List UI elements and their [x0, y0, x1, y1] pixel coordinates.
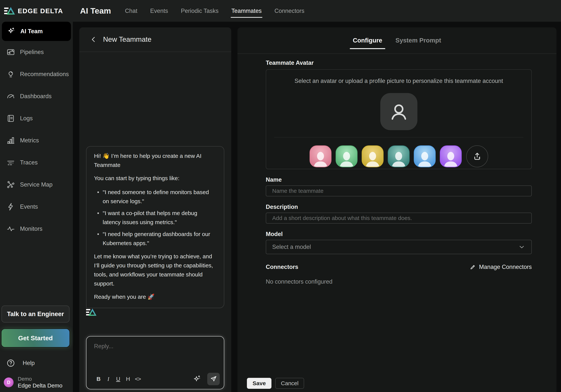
sidebar-item-dashboards[interactable]: Dashboards: [0, 85, 73, 107]
sidebar-item-pipelines[interactable]: Pipelines: [0, 41, 73, 63]
lightbulb-icon: [6, 70, 15, 78]
suggestion-item: "I need someone to define monitors based…: [103, 188, 216, 206]
chevron-down-icon: [518, 243, 525, 250]
get-started-button[interactable]: Get Started: [1, 329, 69, 347]
edge-delta-logo-icon: [4, 7, 15, 15]
pipelines-icon: [6, 48, 15, 56]
save-button[interactable]: Save: [247, 378, 271, 389]
sidebar-item-service-map[interactable]: Service Map: [0, 174, 73, 196]
model-select-value: Select a model: [272, 244, 311, 250]
sidebar-item-metrics[interactable]: Metrics: [0, 129, 73, 152]
sidebar-item-label: Service Map: [20, 181, 53, 188]
tab-teammates[interactable]: Teammates: [231, 6, 262, 15]
topbar: EDGE DELTA AI Team Chat Events Periodic …: [0, 0, 561, 22]
manage-connectors-label: Manage Connectors: [479, 264, 532, 270]
tab-events[interactable]: Events: [150, 6, 169, 15]
sidebar-item-label: Logs: [20, 115, 33, 122]
pencil-icon: [470, 264, 476, 270]
code-button[interactable]: <>: [133, 374, 143, 384]
send-button[interactable]: [207, 373, 220, 385]
pulse-icon: [6, 225, 15, 233]
description-input[interactable]: [266, 213, 532, 224]
edge-delta-assistant-avatar-icon: [86, 308, 97, 316]
tab-configure[interactable]: Configure: [353, 37, 382, 44]
assistant-message-bubble: Hi! 👋 I’m here to help you create a new …: [86, 146, 224, 308]
help-button[interactable]: Help: [0, 355, 73, 372]
question-circle-icon: [6, 359, 15, 368]
manage-connectors-link[interactable]: Manage Connectors: [470, 264, 532, 270]
tab-chat[interactable]: Chat: [125, 6, 138, 15]
avatar-picker: Select an avatar or upload a profile pic…: [266, 69, 532, 169]
traces-icon: [6, 158, 15, 167]
name-input[interactable]: [266, 185, 532, 196]
new-teammate-chat-panel: New Teammate Hi! 👋 I’m here to help you …: [79, 27, 231, 392]
avatar-options-row: [310, 145, 488, 167]
avatar-option-blue-woman[interactable]: [414, 145, 436, 167]
upload-avatar-button[interactable]: [466, 145, 488, 167]
tab-system-prompt[interactable]: System Prompt: [395, 37, 441, 44]
ai-sparkle-icon[interactable]: [192, 374, 202, 384]
suggestion-item: "I want a co-pilot that helps me debug l…: [103, 209, 216, 227]
upload-icon: [472, 152, 482, 161]
assistant-guidance: Let me know what you’re trying to achiev…: [94, 252, 216, 288]
talk-to-engineer-button[interactable]: Talk to an Engineer: [1, 305, 69, 323]
gauge-icon: [6, 92, 15, 101]
tab-connectors[interactable]: Connectors: [274, 6, 305, 15]
sidebar-item-label: Pipelines: [20, 49, 44, 55]
logs-icon: [6, 114, 15, 123]
sidebar-item-label: AI Team: [20, 28, 43, 35]
avatar-option-teal-man[interactable]: [388, 145, 410, 167]
sidebar-item-label: Dashboards: [20, 93, 52, 100]
tab-periodic-tasks[interactable]: Periodic Tasks: [181, 6, 219, 15]
suggestion-item: "I need help generating dashboards for o…: [103, 230, 216, 248]
bar-chart-icon: [6, 136, 15, 145]
teammate-avatar-label: Teammate Avatar: [266, 59, 532, 66]
bold-button[interactable]: B: [94, 374, 103, 384]
cancel-button[interactable]: Cancel: [275, 378, 304, 389]
reply-composer: B I U H <>: [86, 336, 224, 389]
avatar-option-green-man[interactable]: [336, 145, 357, 167]
teammate-config-panel: Configure System Prompt Teammate Avatar …: [237, 27, 556, 392]
model-select[interactable]: Select a model: [266, 240, 532, 254]
sidebar-item-traces[interactable]: Traces: [0, 152, 73, 174]
sidebar-item-label: Traces: [20, 159, 38, 166]
sidebar-item-logs[interactable]: Logs: [0, 107, 73, 129]
assistant-prompt-hint: You can start by typing things like:: [94, 174, 216, 183]
reply-toolbar: B I U H <>: [94, 373, 220, 385]
heading-button[interactable]: H: [123, 374, 133, 384]
sidebar-item-label: Monitors: [20, 226, 43, 232]
user-org: Edge Delta Demo: [18, 382, 63, 389]
user-avatar: D: [4, 378, 14, 387]
sidebar-item-label: Recommendations: [20, 71, 69, 78]
reply-input[interactable]: [86, 337, 224, 369]
chat-panel-title: New Teammate: [103, 35, 151, 44]
help-label: Help: [23, 360, 35, 367]
service-map-icon: [6, 180, 15, 189]
sidebar-item-recommendations[interactable]: Recommendations: [0, 63, 73, 85]
avatar-option-rose-woman[interactable]: [310, 145, 332, 167]
top-nav: Chat Events Periodic Tasks Teammates Con…: [125, 6, 305, 15]
config-tabs: Configure System Prompt: [237, 27, 556, 54]
lightning-icon: [6, 202, 15, 211]
italic-button[interactable]: I: [103, 374, 113, 384]
user-name: Demo: [18, 376, 63, 382]
sidebar-item-events[interactable]: Events: [0, 196, 73, 218]
user-menu[interactable]: D Demo Edge Delta Demo: [0, 376, 73, 392]
avatar-option-purple-woman[interactable]: [440, 145, 462, 167]
avatar-placeholder[interactable]: [380, 93, 417, 130]
sidebar-item-ai-team[interactable]: AI Team: [2, 22, 71, 41]
assistant-suggestion-list: "I need someone to define monitors based…: [94, 188, 216, 248]
description-label: Description: [266, 204, 532, 210]
connectors-empty-text: No connectors configured: [266, 278, 532, 285]
model-label: Model: [266, 231, 532, 238]
avatar-option-gold-man[interactable]: [362, 145, 384, 167]
underline-button[interactable]: U: [113, 374, 123, 384]
connectors-label: Connectors: [266, 264, 298, 270]
page-title: AI Team: [80, 6, 111, 15]
sidebar-item-monitors[interactable]: Monitors: [0, 218, 73, 240]
sidebar-item-label: Metrics: [20, 137, 39, 144]
sidebar-item-label: Events: [20, 203, 38, 210]
back-chevron-icon[interactable]: [90, 36, 97, 43]
assistant-greeting: Hi! 👋 I’m here to help you create a new …: [94, 152, 216, 170]
edge-delta-logo[interactable]: EDGE DELTA: [4, 7, 68, 15]
